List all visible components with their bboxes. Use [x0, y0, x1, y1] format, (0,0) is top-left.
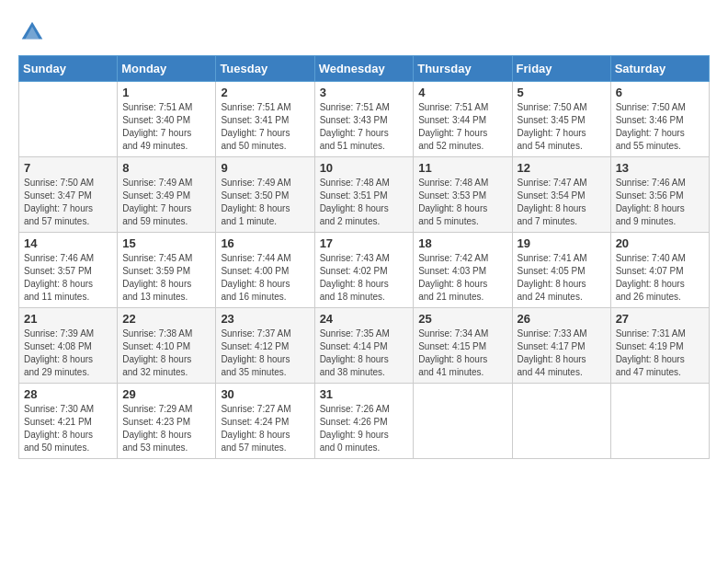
- day-info: Sunrise: 7:48 AM Sunset: 3:53 PM Dayligh…: [418, 177, 506, 228]
- calendar-cell: 20Sunrise: 7:40 AM Sunset: 4:07 PM Dayli…: [610, 233, 709, 308]
- calendar-cell: 6Sunrise: 7:50 AM Sunset: 3:46 PM Daylig…: [610, 82, 709, 157]
- calendar-cell: 22Sunrise: 7:38 AM Sunset: 4:10 PM Dayli…: [118, 308, 216, 384]
- calendar-cell: 19Sunrise: 7:41 AM Sunset: 4:05 PM Dayli…: [512, 233, 610, 308]
- day-number: 15: [122, 236, 210, 250]
- weekday-header-friday: Friday: [512, 56, 610, 82]
- calendar-cell: 9Sunrise: 7:49 AM Sunset: 3:50 PM Daylig…: [216, 157, 314, 233]
- day-number: 19: [518, 236, 606, 250]
- day-info: Sunrise: 7:50 AM Sunset: 3:45 PM Dayligh…: [518, 101, 606, 153]
- day-info: Sunrise: 7:38 AM Sunset: 4:10 PM Dayligh…: [122, 327, 210, 379]
- day-number: 14: [24, 236, 112, 250]
- calendar-cell: 21Sunrise: 7:39 AM Sunset: 4:08 PM Dayli…: [19, 308, 118, 384]
- day-info: Sunrise: 7:51 AM Sunset: 3:43 PM Dayligh…: [320, 101, 409, 153]
- calendar-cell: 16Sunrise: 7:44 AM Sunset: 4:00 PM Dayli…: [216, 233, 314, 308]
- day-number: 11: [418, 161, 506, 175]
- day-number: 31: [320, 387, 409, 401]
- calendar-cell: 3Sunrise: 7:51 AM Sunset: 3:43 PM Daylig…: [314, 82, 414, 157]
- day-info: Sunrise: 7:46 AM Sunset: 3:56 PM Dayligh…: [616, 177, 704, 228]
- day-number: 4: [418, 86, 506, 99]
- day-number: 27: [616, 312, 704, 326]
- day-info: Sunrise: 7:49 AM Sunset: 3:49 PM Dayligh…: [122, 177, 210, 228]
- day-number: 13: [616, 161, 704, 175]
- day-number: 12: [518, 161, 606, 175]
- calendar-cell: 24Sunrise: 7:35 AM Sunset: 4:14 PM Dayli…: [314, 308, 414, 384]
- day-info: Sunrise: 7:45 AM Sunset: 3:59 PM Dayligh…: [122, 252, 210, 304]
- day-number: 23: [221, 312, 309, 326]
- calendar-cell: [610, 384, 709, 459]
- calendar-cell: 14Sunrise: 7:46 AM Sunset: 3:57 PM Dayli…: [19, 233, 118, 308]
- day-number: 1: [122, 86, 210, 99]
- day-number: 18: [418, 236, 506, 250]
- day-info: Sunrise: 7:27 AM Sunset: 4:24 PM Dayligh…: [221, 403, 309, 454]
- weekday-header-monday: Monday: [118, 56, 216, 82]
- weekday-header-wednesday: Wednesday: [314, 56, 414, 82]
- weekday-header-thursday: Thursday: [414, 56, 512, 82]
- calendar-cell: 28Sunrise: 7:30 AM Sunset: 4:21 PM Dayli…: [19, 384, 118, 459]
- weekday-header-sunday: Sunday: [19, 56, 118, 82]
- calendar-cell: [414, 384, 512, 459]
- calendar-table: SundayMondayTuesdayWednesdayThursdayFrid…: [18, 55, 710, 459]
- day-number: 21: [24, 312, 112, 326]
- weekday-header-saturday: Saturday: [610, 56, 709, 82]
- day-number: 20: [616, 236, 704, 250]
- calendar-cell: 23Sunrise: 7:37 AM Sunset: 4:12 PM Dayli…: [216, 308, 314, 384]
- day-number: 30: [221, 387, 309, 401]
- calendar-cell: 1Sunrise: 7:51 AM Sunset: 3:40 PM Daylig…: [118, 82, 216, 157]
- day-info: Sunrise: 7:26 AM Sunset: 4:26 PM Dayligh…: [320, 403, 409, 454]
- day-info: Sunrise: 7:35 AM Sunset: 4:14 PM Dayligh…: [320, 327, 409, 379]
- day-number: 7: [24, 161, 112, 175]
- calendar-cell: 11Sunrise: 7:48 AM Sunset: 3:53 PM Dayli…: [414, 157, 512, 233]
- week-row-2: 7Sunrise: 7:50 AM Sunset: 3:47 PM Daylig…: [19, 157, 710, 233]
- calendar-cell: 18Sunrise: 7:42 AM Sunset: 4:03 PM Dayli…: [414, 233, 512, 308]
- calendar-cell: 10Sunrise: 7:48 AM Sunset: 3:51 PM Dayli…: [314, 157, 414, 233]
- calendar-cell: 4Sunrise: 7:51 AM Sunset: 3:44 PM Daylig…: [414, 82, 512, 157]
- day-info: Sunrise: 7:41 AM Sunset: 4:05 PM Dayligh…: [518, 252, 606, 304]
- page-header: [18, 18, 710, 46]
- day-number: 28: [24, 387, 112, 401]
- weekday-header-row: SundayMondayTuesdayWednesdayThursdayFrid…: [19, 56, 710, 82]
- calendar-cell: 13Sunrise: 7:46 AM Sunset: 3:56 PM Dayli…: [610, 157, 709, 233]
- day-number: 3: [320, 86, 409, 99]
- calendar-cell: 5Sunrise: 7:50 AM Sunset: 3:45 PM Daylig…: [512, 82, 610, 157]
- week-row-5: 28Sunrise: 7:30 AM Sunset: 4:21 PM Dayli…: [19, 384, 710, 459]
- calendar-cell: 26Sunrise: 7:33 AM Sunset: 4:17 PM Dayli…: [512, 308, 610, 384]
- calendar-cell: 30Sunrise: 7:27 AM Sunset: 4:24 PM Dayli…: [216, 384, 314, 459]
- day-info: Sunrise: 7:51 AM Sunset: 3:40 PM Dayligh…: [122, 101, 210, 153]
- logo-icon: [18, 18, 46, 46]
- day-number: 24: [320, 312, 409, 326]
- day-number: 25: [418, 312, 506, 326]
- calendar-cell: [512, 384, 610, 459]
- day-info: Sunrise: 7:47 AM Sunset: 3:54 PM Dayligh…: [518, 177, 606, 228]
- day-number: 9: [221, 161, 309, 175]
- day-info: Sunrise: 7:51 AM Sunset: 3:44 PM Dayligh…: [418, 101, 506, 153]
- day-number: 22: [122, 312, 210, 326]
- day-number: 17: [320, 236, 409, 250]
- day-info: Sunrise: 7:44 AM Sunset: 4:00 PM Dayligh…: [221, 252, 309, 304]
- day-number: 5: [518, 86, 606, 99]
- day-info: Sunrise: 7:30 AM Sunset: 4:21 PM Dayligh…: [24, 403, 112, 454]
- day-number: 16: [221, 236, 309, 250]
- day-info: Sunrise: 7:29 AM Sunset: 4:23 PM Dayligh…: [122, 403, 210, 454]
- calendar-cell: 2Sunrise: 7:51 AM Sunset: 3:41 PM Daylig…: [216, 82, 314, 157]
- calendar-cell: 25Sunrise: 7:34 AM Sunset: 4:15 PM Dayli…: [414, 308, 512, 384]
- day-info: Sunrise: 7:50 AM Sunset: 3:46 PM Dayligh…: [616, 101, 704, 153]
- day-info: Sunrise: 7:51 AM Sunset: 3:41 PM Dayligh…: [221, 101, 309, 153]
- week-row-3: 14Sunrise: 7:46 AM Sunset: 3:57 PM Dayli…: [19, 233, 710, 308]
- calendar-cell: [19, 82, 118, 157]
- day-number: 10: [320, 161, 409, 175]
- day-number: 26: [518, 312, 606, 326]
- calendar-cell: 8Sunrise: 7:49 AM Sunset: 3:49 PM Daylig…: [118, 157, 216, 233]
- weekday-header-tuesday: Tuesday: [216, 56, 314, 82]
- calendar-cell: 7Sunrise: 7:50 AM Sunset: 3:47 PM Daylig…: [19, 157, 118, 233]
- calendar-cell: 17Sunrise: 7:43 AM Sunset: 4:02 PM Dayli…: [314, 233, 414, 308]
- day-info: Sunrise: 7:37 AM Sunset: 4:12 PM Dayligh…: [221, 327, 309, 379]
- logo: [18, 18, 50, 46]
- day-info: Sunrise: 7:40 AM Sunset: 4:07 PM Dayligh…: [616, 252, 704, 304]
- day-info: Sunrise: 7:31 AM Sunset: 4:19 PM Dayligh…: [616, 327, 704, 379]
- calendar-cell: 15Sunrise: 7:45 AM Sunset: 3:59 PM Dayli…: [118, 233, 216, 308]
- day-number: 6: [616, 86, 704, 99]
- day-number: 29: [122, 387, 210, 401]
- day-info: Sunrise: 7:49 AM Sunset: 3:50 PM Dayligh…: [221, 177, 309, 228]
- day-number: 8: [122, 161, 210, 175]
- calendar-cell: 27Sunrise: 7:31 AM Sunset: 4:19 PM Dayli…: [610, 308, 709, 384]
